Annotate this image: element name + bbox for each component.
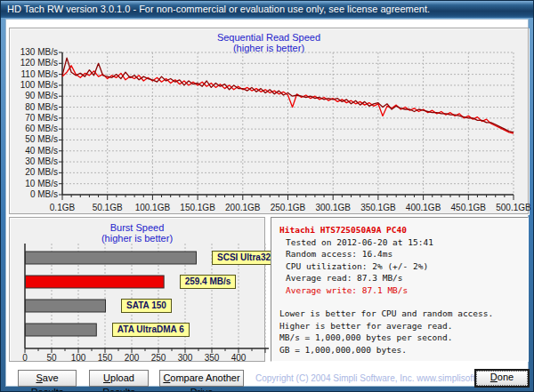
- y-tick-label: 100 MB/s: [14, 80, 58, 90]
- y-tick-label: 10 MB/s: [14, 179, 58, 188]
- title-bar[interactable]: HD Tach RW version 3.0.1.0 - For non-com…: [1, 1, 533, 18]
- sequential-read-panel: Sequential Read Speed (higher is better)…: [9, 28, 529, 214]
- y-tick-label: 50 MB/s: [14, 134, 58, 144]
- upload-results-button[interactable]: Upload Results: [89, 370, 149, 387]
- compare-another-drive-button[interactable]: Compare Another Drive: [159, 370, 244, 387]
- note-line: GB = 1,000,000,000 bytes.: [279, 344, 528, 356]
- burst-x-tick-label: 200: [118, 353, 145, 363]
- drive-name: Hitachi HTS725050A9A PC40: [279, 224, 528, 236]
- y-tick-label: 130 MB/s: [14, 47, 58, 57]
- y-tick-label: 70 MB/s: [14, 113, 58, 123]
- client-area: Sequential Read Speed (higher is better)…: [5, 19, 529, 387]
- x-tick-label: 50.1GB: [85, 203, 131, 212]
- x-tick-label: 0.1GB: [39, 203, 85, 212]
- y-tick-label: 30 MB/s: [14, 156, 58, 166]
- note-line: MB/s = 1,000,000 bytes per second.: [279, 332, 528, 344]
- burst-x-tick-label: 250: [145, 353, 172, 363]
- burst-x-tick-label: 0: [12, 353, 38, 363]
- y-tick-label: 20 MB/s: [14, 167, 58, 177]
- burst-x-tick-label: 400: [225, 353, 252, 363]
- y-tick-label: 80 MB/s: [14, 102, 58, 112]
- burst-bar-tag: ATA UltraDMA 6: [112, 323, 190, 337]
- x-tick-label: 300.1GB: [310, 203, 356, 212]
- x-tick-label: 150.1GB: [174, 203, 221, 212]
- burst-bar-tag: SATA 150: [121, 299, 172, 313]
- burst-bar-tag: 259.4 MB/s: [180, 275, 237, 289]
- x-tick-label: 500.1GB: [490, 203, 534, 212]
- sequential-line-chart: [55, 51, 520, 204]
- burst-x-tick-label: 50: [38, 353, 65, 363]
- burst-x-tick-label: 100: [65, 353, 92, 363]
- x-tick-label: 400.1GB: [400, 203, 447, 212]
- burst-x-tick-label: 300: [172, 353, 198, 363]
- average-write: Average write: 87.1 MB/s: [279, 284, 528, 297]
- drive-info-panel: Hitachi HTS725050A9A PC40 Tested on 2012…: [271, 217, 529, 362]
- note-line: Higher is better for average read.: [279, 320, 528, 332]
- burst-chart-title: Burst Speed: [10, 222, 264, 233]
- save-results-button[interactable]: Save Results: [18, 370, 77, 387]
- random-access-value: Random access: 16.4ms: [279, 248, 528, 260]
- hdtach-window: HD Tach RW version 3.0.1.0 - For non-com…: [0, 0, 534, 392]
- cpu-utilization: CPU utilization: 2% (+/- 2%): [279, 260, 528, 273]
- window-title: HD Tach RW version 3.0.1.0 - For non-com…: [7, 4, 430, 14]
- done-button[interactable]: Done: [474, 369, 530, 388]
- sequential-chart-title: Sequential Read Speed: [10, 32, 528, 43]
- y-tick-label: 60 MB/s: [14, 124, 58, 133]
- y-tick-label: 40 MB/s: [14, 146, 58, 156]
- x-tick-label: 250.1GB: [265, 203, 312, 212]
- x-tick-label: 200.1GB: [220, 203, 266, 212]
- y-tick-label: 120 MB/s: [14, 58, 58, 68]
- x-tick-label: 350.1GB: [355, 203, 401, 212]
- tested-on: Tested on 2012-06-20 at 15:41: [279, 236, 528, 249]
- note-line: Lower is better for CPU and random acces…: [279, 308, 528, 320]
- y-tick-label: 110 MB/s: [14, 69, 58, 79]
- burst-speed-panel: Burst Speed (higher is better) SCSI Ultr…: [9, 217, 265, 362]
- y-tick-label: 0 MB/s: [14, 189, 58, 199]
- x-tick-label: 100.1GB: [129, 203, 175, 212]
- burst-x-tick-label: 150: [92, 353, 118, 363]
- x-tick-label: 450.1GB: [445, 203, 491, 212]
- y-tick-label: 90 MB/s: [14, 91, 58, 100]
- burst-x-tick-label: 350: [198, 353, 225, 363]
- average-read: Average read: 87.3 MB/s: [279, 272, 528, 284]
